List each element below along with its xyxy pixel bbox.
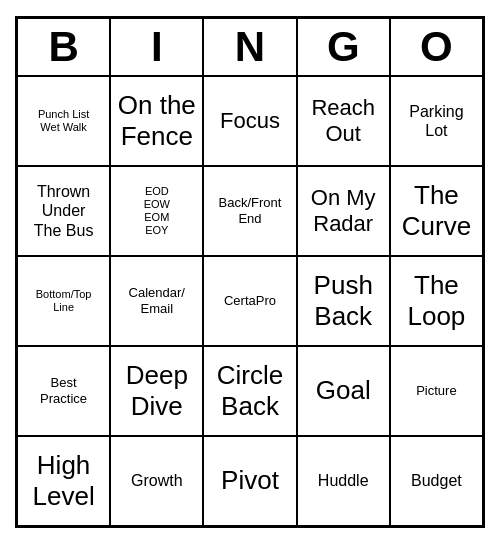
bingo-cell-3-2: Circle Back [203,346,296,436]
bingo-cell-2-4: The Loop [390,256,483,346]
cell-text-4-2: Pivot [221,465,279,496]
bingo-cell-3-1: Deep Dive [110,346,203,436]
bingo-row-3: Best PracticeDeep DiveCircle BackGoalPic… [17,346,483,436]
cell-text-0-3: Reach Out [311,95,375,148]
cell-text-4-3: Huddle [318,471,369,490]
cell-text-1-2: Back/Front End [219,195,282,226]
cell-text-1-4: The Curve [402,180,471,242]
bingo-row-0: Punch List Wet WalkOn the FenceFocusReac… [17,76,483,166]
bingo-cell-0-0: Punch List Wet Walk [17,76,110,166]
bingo-cell-0-4: Parking Lot [390,76,483,166]
bingo-cell-4-4: Budget [390,436,483,526]
bingo-cell-4-0: High Level [17,436,110,526]
bingo-header: BINGO [17,18,483,76]
cell-text-0-2: Focus [220,108,280,134]
bingo-cell-4-3: Huddle [297,436,390,526]
bingo-cell-2-0: Bottom/Top Line [17,256,110,346]
bingo-cell-1-2: Back/Front End [203,166,296,256]
bingo-cell-1-1: EOD EOW EOM EOY [110,166,203,256]
cell-text-1-1: EOD EOW EOM EOY [144,185,170,238]
header-letter-O: O [390,18,483,76]
header-letter-G: G [297,18,390,76]
bingo-cell-3-0: Best Practice [17,346,110,436]
cell-text-4-0: High Level [33,450,95,512]
bingo-grid: Punch List Wet WalkOn the FenceFocusReac… [17,76,483,526]
bingo-cell-0-1: On the Fence [110,76,203,166]
cell-text-0-0: Punch List Wet Walk [38,108,89,134]
cell-text-2-0: Bottom/Top Line [36,288,92,314]
bingo-row-1: Thrown Under The BusEOD EOW EOM EOYBack/… [17,166,483,256]
cell-text-2-3: Push Back [314,270,373,332]
bingo-card: BINGO Punch List Wet WalkOn the FenceFoc… [15,16,485,528]
bingo-cell-1-4: The Curve [390,166,483,256]
cell-text-0-4: Parking Lot [409,102,463,140]
cell-text-2-1: Calendar/ Email [129,285,185,316]
bingo-cell-4-2: Pivot [203,436,296,526]
cell-text-4-4: Budget [411,471,462,490]
header-letter-B: B [17,18,110,76]
bingo-cell-0-2: Focus [203,76,296,166]
cell-text-4-1: Growth [131,471,183,490]
cell-text-3-2: Circle Back [217,360,283,422]
cell-text-3-0: Best Practice [40,375,87,406]
bingo-row-4: High LevelGrowthPivotHuddleBudget [17,436,483,526]
header-letter-N: N [203,18,296,76]
cell-text-1-3: On My Radar [311,185,376,238]
cell-text-2-4: The Loop [407,270,465,332]
cell-text-3-4: Picture [416,383,456,399]
bingo-cell-0-3: Reach Out [297,76,390,166]
bingo-cell-3-4: Picture [390,346,483,436]
cell-text-1-0: Thrown Under The Bus [34,182,94,240]
bingo-cell-3-3: Goal [297,346,390,436]
cell-text-3-1: Deep Dive [126,360,188,422]
bingo-cell-1-0: Thrown Under The Bus [17,166,110,256]
bingo-cell-2-3: Push Back [297,256,390,346]
bingo-cell-2-1: Calendar/ Email [110,256,203,346]
bingo-cell-2-2: CertaPro [203,256,296,346]
bingo-cell-1-3: On My Radar [297,166,390,256]
bingo-row-2: Bottom/Top LineCalendar/ EmailCertaProPu… [17,256,483,346]
cell-text-3-3: Goal [316,375,371,406]
header-letter-I: I [110,18,203,76]
cell-text-0-1: On the Fence [118,90,196,152]
bingo-cell-4-1: Growth [110,436,203,526]
cell-text-2-2: CertaPro [224,293,276,309]
